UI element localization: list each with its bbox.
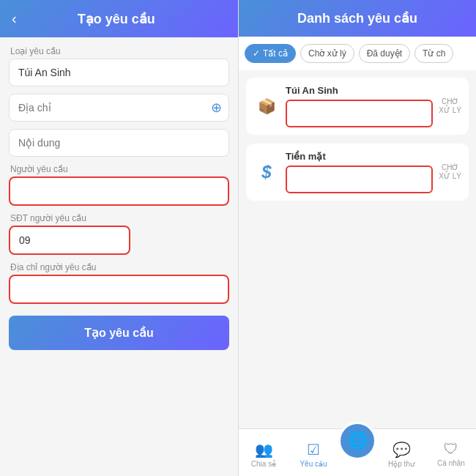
nav-label-chia-se: Chia sẻ: [251, 460, 276, 468]
left-header-title: Tạo yêu cầu: [29, 11, 204, 27]
noi-dung-input[interactable]: [9, 129, 229, 157]
request-list: 📦 Túi An Sinh CHỜXỬ LÝ $ Tiền mặt CHỜXỬ …: [239, 70, 476, 428]
right-panel: Danh sách yêu cầu ✓ Tất cả Chờ xử lý Đã …: [238, 0, 476, 476]
dia-chi-nguoi-label: Địa chỉ người yêu cầu: [9, 262, 229, 272]
bottom-nav: 👥 Chia sẻ ☑ Yêu cầu 🌐 💬 Hộp thư 🛡 Cá nhâ…: [239, 428, 476, 476]
request-name-tien-mat: Tiền mặt: [286, 151, 433, 162]
filter-tabs: ✓ Tất cả Chờ xử lý Đã duyệt Từ ch: [239, 37, 476, 70]
nav-item-hop-thu[interactable]: 💬 Hộp thư: [376, 441, 426, 468]
dia-chi-input[interactable]: [9, 94, 229, 122]
request-status-tien-mat: CHỜXỬ LÝ: [439, 163, 461, 181]
tab-da-duyet[interactable]: Đã duyệt: [359, 44, 410, 63]
tab-cho-xu-ly[interactable]: Chờ xử lý: [300, 44, 354, 63]
profile-icon: 🛡: [444, 441, 458, 458]
home-globe-icon: 🌐: [348, 431, 368, 450]
loai-yeu-cau-label: Loại yêu cầu: [9, 46, 229, 56]
request-icon-tui-an-sinh: 📦: [253, 93, 280, 119]
nguoi-yeu-cau-input[interactable]: [9, 176, 229, 206]
request-value-box-tui-an-sinh: [286, 100, 433, 127]
share-icon: 👥: [255, 441, 273, 458]
nav-label-yeu-cau: Yêu cầu: [300, 460, 327, 468]
tab-tat-ca[interactable]: ✓ Tất cả: [245, 44, 296, 63]
request-value-box-tien-mat: [286, 166, 433, 193]
create-button[interactable]: Tạo yêu cầu: [9, 316, 229, 350]
dia-chi-wrapper: ⊕: [9, 94, 229, 122]
sdt-label: SĐT người yêu cầu: [9, 213, 229, 223]
right-header: Danh sách yêu cầu: [239, 0, 476, 37]
request-body-tui-an-sinh: Túi An Sinh: [286, 85, 433, 127]
inbox-icon: 💬: [393, 441, 411, 458]
request-icon-tien-mat: $: [253, 159, 280, 185]
nav-item-yeu-cau[interactable]: ☑ Yêu cầu: [289, 441, 338, 468]
request-name-tui-an-sinh: Túi An Sinh: [286, 85, 433, 96]
nav-center-button[interactable]: 🌐: [338, 422, 376, 460]
nguoi-yeu-cau-label: Người yêu cầu: [9, 164, 229, 174]
back-icon[interactable]: ‹: [12, 10, 17, 27]
nav-item-ca-nhan[interactable]: 🛡 Cá nhân: [426, 441, 476, 467]
nav-label-ca-nhan: Cá nhân: [437, 459, 465, 467]
sdt-input[interactable]: [9, 226, 130, 255]
list-item[interactable]: 📦 Túi An Sinh CHỜXỬ LÝ: [246, 78, 469, 135]
list-item[interactable]: $ Tiền mặt CHỜXỬ LÝ: [246, 144, 469, 201]
dia-chi-nguoi-input[interactable]: [9, 275, 229, 304]
left-header: ‹ Tạo yêu cầu: [0, 0, 238, 37]
check-icon: ✓: [253, 48, 260, 59]
location-icon: ⊕: [211, 100, 222, 116]
nav-item-chia-se[interactable]: 👥 Chia sẻ: [239, 441, 289, 468]
tab-tu-ch[interactable]: Từ ch: [414, 44, 453, 63]
request-body-tien-mat: Tiền mặt: [286, 151, 433, 193]
right-header-title: Danh sách yêu cầu: [297, 11, 417, 26]
request-icon-nav: ☑: [307, 441, 320, 458]
request-status-tui-an-sinh: CHỜXỬ LÝ: [439, 97, 461, 115]
nav-label-hop-thu: Hộp thư: [388, 460, 414, 468]
loai-yeu-cau-input[interactable]: [9, 59, 229, 86]
left-content: Loại yêu cầu ⊕ Người yêu cầu SĐT người y…: [0, 37, 238, 476]
left-panel: ‹ Tạo yêu cầu Loại yêu cầu ⊕ Người yêu c…: [0, 0, 238, 476]
